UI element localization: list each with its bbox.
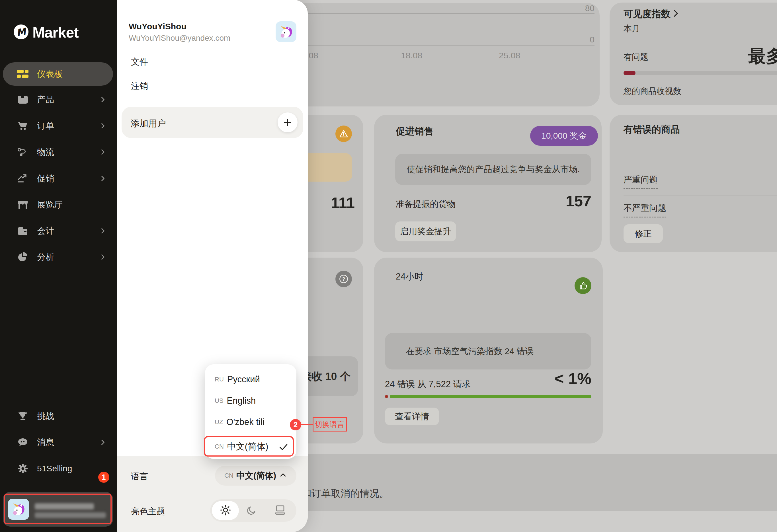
sidebar-item-analytics[interactable]: 分析 [3, 245, 113, 269]
errors-card-title: 有错误的商品 [624, 123, 680, 136]
success-segment [390, 395, 591, 398]
goods-ready-count: 157 [566, 192, 591, 210]
goods-ready-label: 准备提振的货物 [396, 198, 456, 210]
sidebar-item-accounting[interactable]: 会计 [3, 219, 113, 243]
chat-icon [16, 438, 29, 447]
sidebar-item-messages[interactable]: 消息 [3, 431, 113, 454]
language-option-uzbek[interactable]: UZ O'zbek tili [205, 412, 297, 433]
gridline-80 [286, 13, 594, 14]
sidebar-item-showroom[interactable]: 展览厅 [3, 193, 113, 216]
x-axis-tick: 18.08 [401, 51, 422, 60]
add-user-label: 添加用户 [131, 118, 166, 130]
chart-card: 80 0 .08 18.08 25.08 [279, 3, 599, 107]
sidebar-item-51selling[interactable]: 51Selling [3, 457, 113, 480]
language-select[interactable]: CN 中文(简体) [215, 466, 297, 486]
y-axis-tick: 0 [590, 35, 594, 44]
enable-bonus-button[interactable]: 启用奖金提升 [395, 222, 456, 241]
step-2-label: 切换语言 [313, 417, 347, 431]
language-value: 中文(简体) [236, 470, 276, 482]
orders-info-text: 和订单取消的情况。 [302, 487, 389, 500]
thumbs-up-icon [575, 277, 591, 294]
menu-item-logout[interactable]: 注销 [131, 80, 148, 92]
market-logo[interactable]: M Market [13, 24, 79, 41]
sidebar-item-promotions[interactable]: 促销 [3, 167, 113, 190]
market-logo-icon: M [13, 24, 29, 41]
app-window: 80 0 .08 18.08 25.08 可见度指数 本月 有问题 最多 您的商… [0, 0, 777, 532]
orders-info-band: 和订单取消的情况。 [291, 454, 777, 511]
sidebar-item-logistics[interactable]: 物流 [3, 140, 113, 164]
menu-item-files[interactable]: 文件 [131, 56, 148, 68]
sidebar: M Market 仪表板 产品 订单 物流 促销 [0, 0, 117, 532]
receive-count-text: 接收 10 个 [301, 370, 350, 384]
error-segment [385, 395, 388, 398]
visibility-progress-bar [624, 71, 777, 75]
divider [624, 195, 777, 196]
products-with-errors-card: 有错误的商品 严重问题 不严重问题 修正 [609, 115, 777, 252]
sun-icon [220, 504, 231, 517]
day-card-title: 24小时 [396, 271, 423, 283]
annotation-connector-line [301, 424, 313, 425]
theme-label: 亮色主题 [131, 506, 165, 518]
bonus-badge: 10,000 奖金 [530, 126, 598, 146]
gear-icon [16, 463, 29, 474]
visibility-subtitle: 本月 [624, 23, 640, 34]
api-24h-card: 24小时 在要求 市场空气污染指数 24 错误 24 错误 从 7,522 请求… [374, 258, 603, 443]
sidebar-item-products[interactable]: 产品 [3, 88, 113, 111]
trending-up-icon [16, 174, 29, 183]
system-theme-button[interactable] [271, 504, 289, 517]
chevron-right-icon [99, 96, 106, 103]
chevron-right-icon [99, 175, 106, 182]
max-label: 最多 [748, 44, 777, 68]
dark-theme-button[interactable] [244, 504, 260, 517]
fix-button[interactable]: 修正 [624, 224, 663, 243]
svg-text:?: ? [342, 276, 345, 282]
chevron-right-icon [99, 122, 106, 130]
add-user-button[interactable]: 添加用户 [122, 107, 303, 138]
promo-description: 使促销和提高您的产品超过竞争与奖金从市场. [395, 154, 591, 185]
laptop-icon [274, 504, 287, 517]
sidebar-item-orders[interactable]: 订单 [3, 114, 113, 137]
trophy-icon [16, 411, 29, 421]
step-1-highlight-box [4, 494, 112, 524]
light-theme-button[interactable] [212, 501, 239, 520]
pie-chart-icon [16, 252, 29, 262]
chevron-right-icon [99, 439, 106, 446]
unicorn-avatar[interactable] [275, 21, 297, 42]
step-2-highlight-box [204, 436, 294, 456]
view-details-button[interactable]: 查看详情 [385, 408, 439, 425]
api-stats-label: 24 错误 从 7,522 请求 [385, 378, 471, 390]
language-code: CN [224, 472, 233, 479]
y-axis-tick: 80 [585, 3, 594, 13]
chevron-up-icon [279, 471, 287, 480]
promo-card-title: 促进销售 [396, 125, 433, 138]
visibility-progress-value [624, 71, 636, 75]
cart-icon [16, 121, 29, 130]
chevron-right-icon [99, 148, 106, 156]
plus-icon [278, 112, 298, 132]
step-1-badge: 1 [98, 472, 109, 483]
question-icon[interactable]: ? [335, 271, 352, 287]
api-error-progress-bar [385, 395, 591, 398]
products-icon [16, 95, 29, 104]
language-label: 语言 [131, 471, 148, 483]
api-errors-box: 在要求 市场空气污染指数 24 错误 [385, 333, 591, 370]
step-2-badge: 2 [290, 419, 301, 430]
api-error-rate: < 1% [555, 369, 591, 388]
problem-label: 有问题 [624, 51, 648, 63]
wallet-icon [16, 227, 29, 235]
dashboard-grid-icon [16, 70, 29, 78]
x-axis-tick: .08 [306, 51, 318, 60]
minor-problems-link[interactable]: 不严重问题 [624, 203, 666, 218]
language-option-russian[interactable]: RU Русский [205, 369, 297, 390]
warning-count: 111 [331, 194, 355, 212]
promo-sales-card: 促进销售 10,000 奖金 使促销和提高您的产品超过竞争与奖金从市场. 准备提… [374, 115, 601, 252]
chevron-right-icon [99, 227, 106, 235]
market-logo-text: Market [32, 24, 79, 41]
language-option-english[interactable]: US English [205, 390, 297, 411]
serious-problems-link[interactable]: 严重问题 [624, 174, 658, 189]
chevron-right-icon [99, 253, 106, 261]
sidebar-item-challenges[interactable]: 挑战 [3, 404, 113, 428]
sidebar-item-dashboard[interactable]: 仪表板 [3, 62, 113, 86]
visibility-card-title[interactable]: 可见度指数 [624, 8, 678, 20]
account-name: WuYouYiShou [129, 22, 187, 31]
